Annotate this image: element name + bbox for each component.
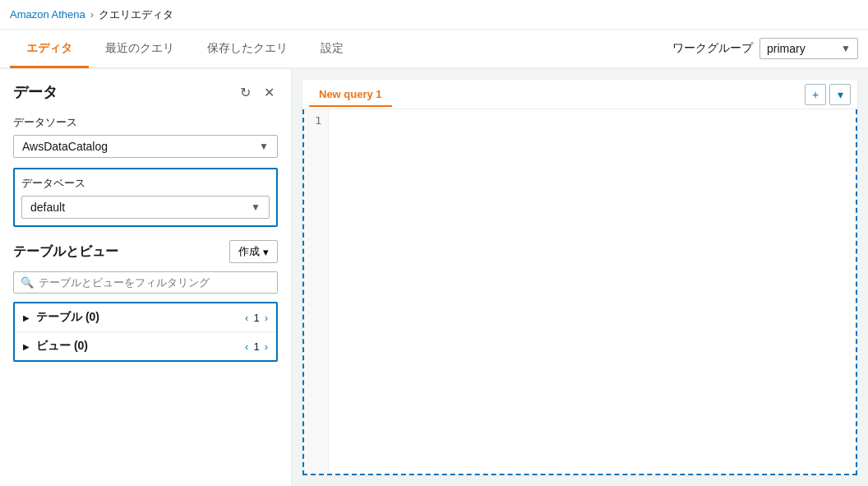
tree-label-views: ビュー (0) — [36, 339, 245, 354]
create-chevron-icon: ▾ — [263, 246, 269, 258]
tab-settings[interactable]: 設定 — [304, 31, 360, 68]
datasource-label: データソース — [13, 115, 278, 130]
tree-next-views[interactable]: › — [265, 340, 268, 353]
database-label: データベース — [21, 176, 270, 191]
panel-header: データ ↻ ✕ — [13, 82, 278, 102]
search-icon: 🔍 — [21, 276, 34, 289]
database-value: default — [30, 201, 251, 214]
tree-pagination-views: ‹ 1 › — [245, 340, 268, 353]
breadcrumb-bar: Amazon Athena › クエリエディタ — [0, 0, 868, 30]
tree-page-tables: 1 — [253, 312, 259, 324]
query-tab-dropdown[interactable]: ▾ — [829, 84, 851, 105]
tab-editor[interactable]: エディタ — [10, 31, 89, 68]
line-numbers: 1 — [304, 109, 329, 474]
breadcrumb-separator: › — [90, 8, 94, 21]
tree-item-views[interactable]: ▶ ビュー (0) ‹ 1 › — [15, 332, 276, 360]
tab-list: エディタ 最近のクエリ 保存したクエリ 設定 — [10, 31, 672, 67]
query-tab-bar: New query 1 + ▾ — [302, 80, 857, 109]
tree-arrow-views: ▶ — [23, 342, 30, 351]
workgroup-label: ワークグループ — [672, 41, 753, 56]
left-panel: データ ↻ ✕ データソース AwsDataCatalog ▼ データベース d… — [0, 69, 292, 486]
query-editor-area: 1 — [302, 109, 857, 475]
add-query-button[interactable]: + — [805, 84, 826, 105]
right-panel: New query 1 + ▾ 1 — [292, 69, 868, 486]
tree-label-tables: テーブル (0) — [36, 310, 245, 325]
query-editor-input[interactable] — [329, 109, 856, 474]
main-content: データ ↻ ✕ データソース AwsDataCatalog ▼ データベース d… — [0, 69, 868, 486]
database-chevron-icon: ▼ — [251, 201, 261, 213]
create-button[interactable]: 作成 ▾ — [229, 240, 278, 263]
query-tab-actions: + ▾ — [805, 84, 851, 105]
workgroup-value: primary — [767, 42, 834, 55]
create-btn-label: 作成 — [238, 244, 260, 259]
tree-prev-tables[interactable]: ‹ — [245, 312, 248, 324]
tab-saved-queries[interactable]: 保存したクエリ — [191, 31, 304, 68]
tree-pagination-tables: ‹ 1 › — [245, 312, 268, 324]
tree-section: ▶ テーブル (0) ‹ 1 › ▶ ビュー (0) ‹ 1 › — [13, 302, 278, 362]
query-tab-new-query-1[interactable]: New query 1 — [309, 83, 392, 107]
datasource-chevron-icon: ▼ — [259, 141, 269, 152]
datasource-value: AwsDataCatalog — [22, 140, 259, 153]
database-select[interactable]: default ▼ — [21, 196, 270, 219]
breadcrumb-home[interactable]: Amazon Athena — [10, 8, 85, 21]
tree-next-tables[interactable]: › — [265, 312, 268, 324]
tables-views-header: テーブルとビュー 作成 ▾ — [13, 240, 278, 263]
tree-prev-views[interactable]: ‹ — [245, 340, 248, 353]
datasource-select[interactable]: AwsDataCatalog ▼ — [13, 135, 278, 158]
tables-views-title: テーブルとビュー — [13, 243, 118, 261]
panel-header-icons: ↻ ✕ — [237, 83, 278, 102]
filter-input-wrapper[interactable]: 🔍 — [13, 271, 278, 294]
tab-bar-right: ワークグループ primary ▼ — [672, 38, 858, 59]
main-tab-bar: エディタ 最近のクエリ 保存したクエリ 設定 ワークグループ primary ▼ — [0, 30, 868, 69]
tree-item-tables[interactable]: ▶ テーブル (0) ‹ 1 › — [15, 303, 276, 332]
panel-title: データ — [13, 82, 58, 102]
close-button[interactable]: ✕ — [261, 83, 278, 102]
refresh-button[interactable]: ↻ — [237, 83, 254, 102]
workgroup-chevron-icon: ▼ — [841, 43, 851, 54]
tab-recent-queries[interactable]: 最近のクエリ — [89, 31, 191, 68]
tree-arrow-tables: ▶ — [23, 313, 30, 322]
tree-page-views: 1 — [253, 340, 259, 353]
workgroup-select[interactable]: primary ▼ — [760, 38, 858, 59]
database-section: データベース default ▼ — [13, 168, 278, 227]
filter-input[interactable] — [39, 276, 270, 289]
breadcrumb-current: クエリエディタ — [99, 7, 173, 22]
